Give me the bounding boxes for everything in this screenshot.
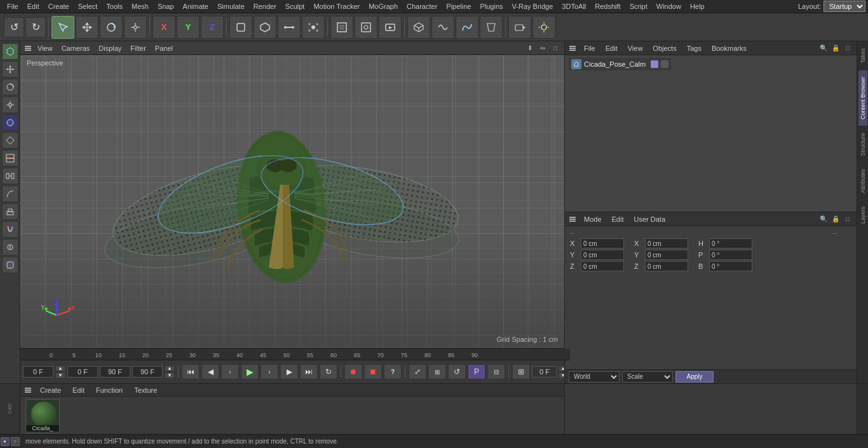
preview-up-button[interactable]: ▲ [165,365,175,372]
prev-frame-button[interactable]: ◀ [201,364,219,379]
tl-grid-button[interactable]: ⊟ [487,364,505,379]
vp-menu-view[interactable]: View [34,43,56,53]
om-search-icon[interactable]: 🔍 [818,43,829,53]
bevel-tool[interactable] [2,186,18,202]
render-settings-button[interactable] [355,16,377,39]
extrude-tool[interactable] [2,203,18,220]
tl-scale-button[interactable]: ⊞ [428,364,446,379]
preview-down-button[interactable]: ▼ [165,372,175,379]
vp-icon-lock[interactable]: ⇔ [538,43,548,53]
autokey-button[interactable]: ⏹ [364,364,382,379]
menu-edit[interactable]: Edit [23,1,44,11]
move-tool-button[interactable] [76,16,98,39]
mat-menu-function[interactable]: Function [93,385,126,395]
axis-z-button[interactable]: Z [201,16,224,39]
help-button[interactable]: ? [384,364,402,379]
menu-create[interactable]: Create [44,1,74,11]
vp-icon-arrows[interactable]: ⬍ [525,43,535,53]
prop-x2-input[interactable] [645,238,688,248]
menu-3dtoall[interactable]: 3DToAll [557,1,590,11]
magnet-tool[interactable] [2,221,18,238]
am-search-icon[interactable]: 🔍 [818,214,829,224]
menu-script[interactable]: Script [625,1,652,11]
om-menu-view[interactable]: View [625,43,646,53]
menu-redshift[interactable]: Redshift [590,1,625,11]
mat-menu-edit[interactable]: Edit [69,385,88,395]
poly-pen-tool[interactable] [2,132,18,149]
menu-select[interactable]: Select [74,1,102,11]
layout-select[interactable]: Startup [824,1,865,12]
tl-move-button[interactable]: ⤢ [409,364,426,379]
apply-button[interactable]: Apply [675,371,714,383]
menu-simulate[interactable]: Simulate [213,1,249,11]
menu-animate[interactable]: Animate [179,1,213,11]
prop-p-input[interactable] [709,250,752,260]
menu-help[interactable]: Help [686,1,709,11]
paint-tool[interactable] [2,114,18,131]
frame-display-field[interactable] [532,366,557,377]
prop-x1-input[interactable] [581,238,624,248]
loop-cut-tool[interactable] [2,150,18,166]
om-lock-icon[interactable]: 🔒 [831,43,841,53]
preview-end-field[interactable] [132,366,163,377]
status-icon-1[interactable]: ● [1,437,10,446]
am-lock-icon[interactable]: 🔒 [831,214,841,224]
om-menu-tags[interactable]: Tags [684,43,704,53]
start-frame-field[interactable] [67,366,98,377]
scale-tool-left[interactable] [2,97,18,113]
om-menu-bookmarks[interactable]: Bookmarks [709,43,749,53]
om-menu-objects[interactable]: Objects [650,43,679,53]
polygon-mode-button[interactable] [254,16,276,39]
menu-character[interactable]: Character [402,1,442,11]
step-forward-button[interactable]: › [261,364,278,379]
vp-menu-filter[interactable]: Filter [127,43,149,53]
menu-motion-tracker[interactable]: Motion Tracker [309,1,364,11]
nurbs-button[interactable] [431,16,454,39]
menu-vray[interactable]: V-Ray Bridge [508,1,558,11]
menu-sculpt[interactable]: Sculpt [281,1,309,11]
vtab-attributes[interactable]: Attributes [858,162,867,200]
am-menu-mode[interactable]: Mode [581,214,604,224]
spline-button[interactable] [456,16,478,39]
tl-rotate-button[interactable]: ↺ [448,364,466,379]
go-start-button[interactable]: ⏮ [182,364,200,379]
frame-up-button[interactable]: ▲ [55,365,65,372]
mat-menu-texture[interactable]: Texture [131,385,160,395]
am-menu-edit[interactable]: Edit [609,214,627,224]
edge-mode-button[interactable] [278,16,301,39]
select-tool-button[interactable] [51,16,74,39]
menu-render[interactable]: Render [249,1,281,11]
am-expand-icon[interactable]: □ [843,214,853,224]
current-frame-field[interactable] [23,366,53,377]
axis-x-button[interactable]: X [153,16,175,39]
menu-tools[interactable]: Tools [102,1,127,11]
go-end-button[interactable]: ⏭ [300,364,318,379]
model-tool[interactable] [2,43,18,60]
status-icon-2[interactable]: ○ [11,437,20,446]
undo-button[interactable]: ↺ [4,17,24,37]
frame-down-button[interactable]: ▼ [55,372,65,379]
end-frame-field[interactable] [100,366,130,377]
menu-plugins[interactable]: Plugins [475,1,507,11]
menu-snap[interactable]: Snap [153,1,179,11]
menu-file[interactable]: File [3,1,23,11]
move-tool-left[interactable] [2,61,18,78]
record-button[interactable]: ⏺ [344,364,362,379]
axis-y-button[interactable]: Y [177,16,200,39]
vp-menu-display[interactable]: Display [95,43,125,53]
cube-button[interactable] [407,16,430,39]
world-select[interactable]: World Object Camera [569,371,620,383]
om-menu-file[interactable]: File [581,43,598,53]
loop-button[interactable]: ↻ [320,364,337,379]
vtab-layers[interactable]: Layers [858,200,867,230]
scale-tool-button[interactable] [124,16,147,39]
object-row-cicada[interactable]: Cicada_Pose_Calm [569,58,671,71]
vtab-takes[interactable]: Takes [858,41,867,70]
prop-z2-input[interactable] [645,261,688,271]
deformer-button[interactable] [480,16,503,39]
om-expand-icon[interactable]: □ [843,43,853,53]
light-button[interactable] [532,16,555,39]
menu-mesh[interactable]: Mesh [127,1,153,11]
timeline-ruler[interactable]: 0 5 10 15 20 25 30 35 40 45 50 55 [20,349,570,383]
step-back-button[interactable]: ‹ [221,364,239,379]
